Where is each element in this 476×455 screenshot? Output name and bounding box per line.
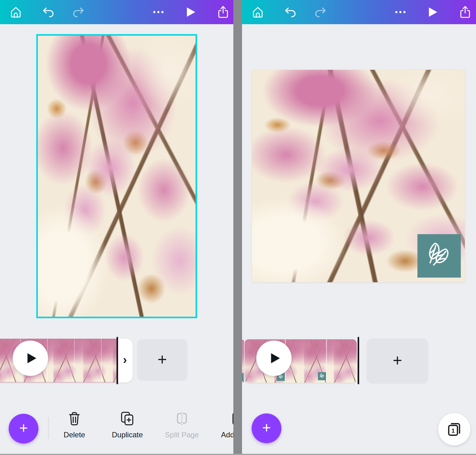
pages-icon: 1 xyxy=(446,421,463,438)
trim-handle[interactable] xyxy=(358,337,359,384)
add-page-button[interactable]: Add Page xyxy=(219,411,233,439)
undo-icon[interactable] xyxy=(283,0,298,24)
share-export-icon[interactable] xyxy=(458,0,473,24)
redo-icon[interactable] xyxy=(71,0,86,24)
split-page-button: Split Page xyxy=(163,411,201,439)
more-options-icon[interactable] xyxy=(393,0,408,24)
plus-icon: + xyxy=(157,351,167,368)
undo-icon[interactable] xyxy=(41,0,56,24)
preview-play-icon[interactable] xyxy=(183,0,198,24)
trim-handle[interactable] xyxy=(117,337,118,384)
home-icon[interactable] xyxy=(250,0,265,24)
actions-divider xyxy=(48,417,49,439)
cherry-blossom-image xyxy=(38,36,196,317)
leaf-logo-badge xyxy=(318,372,326,380)
left-editor-screen: › + + Delete xyxy=(0,0,233,455)
timeline-play-button[interactable] xyxy=(256,341,292,376)
play-icon xyxy=(26,352,37,364)
duplicate-button[interactable]: Duplicate xyxy=(109,411,146,439)
screenshot-divider xyxy=(233,0,242,455)
trash-icon xyxy=(68,411,81,426)
delete-button[interactable]: Delete xyxy=(56,411,93,439)
plus-icon: + xyxy=(19,421,28,435)
plus-icon: + xyxy=(262,420,271,435)
redo-icon[interactable] xyxy=(313,0,328,24)
action-label: Split Page xyxy=(165,430,199,439)
leaf-logo-icon xyxy=(319,373,325,379)
preview-play-icon[interactable] xyxy=(425,0,440,24)
home-icon[interactable] xyxy=(8,0,23,24)
leaf-logo-icon xyxy=(425,242,453,270)
leaf-logo-watermark xyxy=(417,234,461,278)
pages-overview-button[interactable]: 1 xyxy=(438,413,470,445)
leaf-logo-badge xyxy=(242,373,244,381)
share-export-icon[interactable] xyxy=(216,0,231,24)
top-toolbar xyxy=(242,0,476,24)
chevron-right-icon: › xyxy=(123,354,127,366)
add-page-card[interactable]: + xyxy=(367,338,428,384)
duplicate-icon xyxy=(121,411,134,426)
top-toolbar xyxy=(0,0,233,24)
play-icon xyxy=(269,352,281,364)
more-options-icon[interactable] xyxy=(151,0,166,24)
page-count: 1 xyxy=(452,427,455,434)
plus-icon: + xyxy=(393,352,402,368)
timeline-expand-button[interactable]: › xyxy=(117,339,133,382)
split-page-icon xyxy=(175,411,189,426)
action-label: Delete xyxy=(64,430,85,439)
timeline-play-button[interactable] xyxy=(13,341,48,376)
add-element-fab[interactable]: + xyxy=(252,413,281,443)
screenshot-bottom-border xyxy=(0,454,476,455)
canva-comparison-screen: › + + Delete xyxy=(0,0,476,455)
selected-video-page[interactable] xyxy=(36,34,197,318)
action-label: Duplicate xyxy=(112,430,143,439)
add-element-fab[interactable]: + xyxy=(9,414,38,444)
right-editor-screen: + + 1 xyxy=(242,0,476,455)
action-label: Add Page xyxy=(221,430,233,439)
add-page-card[interactable]: + xyxy=(137,339,187,381)
image-page[interactable] xyxy=(252,70,465,282)
add-page-icon xyxy=(231,411,233,426)
